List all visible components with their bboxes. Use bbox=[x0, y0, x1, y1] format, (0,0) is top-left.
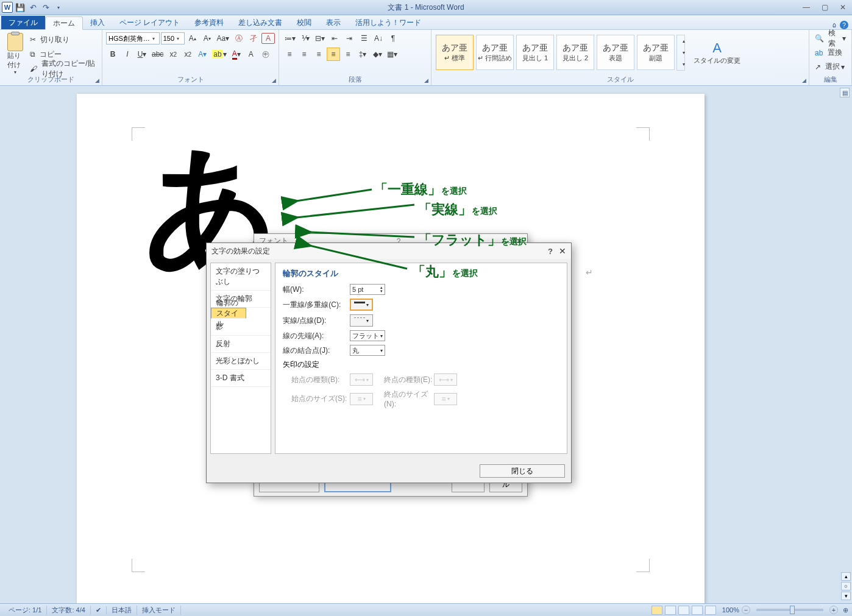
nav-shadow[interactable]: 影 bbox=[211, 319, 271, 336]
word-count[interactable]: 文字数: 4/4 bbox=[47, 606, 90, 615]
save-icon[interactable]: 💾 bbox=[15, 2, 26, 13]
change-case-button[interactable]: Aa▾ bbox=[215, 32, 231, 45]
style-gallery-expand[interactable]: ▾ bbox=[677, 58, 690, 70]
close-icon[interactable]: ✕ bbox=[559, 246, 566, 256]
dash-dropdown[interactable]: ▾ bbox=[350, 314, 373, 327]
enclosed-char-button[interactable]: ㊥ bbox=[259, 48, 272, 61]
tab-layout[interactable]: ページ レイアウト bbox=[112, 16, 187, 29]
change-styles-button[interactable]: A スタイルの変更 bbox=[690, 39, 744, 66]
fullscreen-view[interactable] bbox=[665, 606, 676, 615]
zoom-in-button[interactable]: + bbox=[829, 606, 838, 614]
qat-customize-icon[interactable]: ▾ bbox=[53, 2, 64, 13]
zoom-out-button[interactable]: − bbox=[742, 606, 750, 614]
sort-button[interactable]: A↓ bbox=[372, 32, 385, 45]
draft-view[interactable] bbox=[705, 606, 716, 615]
align-center-button[interactable]: ≡ bbox=[297, 48, 311, 61]
close-button[interactable]: ✕ bbox=[834, 1, 852, 13]
maximize-button[interactable]: ▢ bbox=[815, 1, 834, 13]
minimize-button[interactable]: — bbox=[797, 1, 815, 13]
print-layout-view[interactable] bbox=[651, 606, 662, 615]
replace-button[interactable]: ab 置換 bbox=[813, 46, 848, 59]
outline-view[interactable] bbox=[692, 606, 703, 615]
borders-button[interactable]: ▦▾ bbox=[385, 48, 399, 61]
browse-icon[interactable]: ○ bbox=[841, 582, 851, 590]
subscript-button[interactable]: x2 bbox=[166, 48, 180, 61]
next-page-icon[interactable]: ▾ bbox=[841, 592, 851, 600]
nav-glow[interactable]: 光彩とぼかし bbox=[211, 353, 271, 370]
superscript-button[interactable]: x2 bbox=[181, 48, 194, 61]
help-icon[interactable]: ? bbox=[840, 21, 848, 29]
page-status[interactable]: ページ: 1/1 bbox=[4, 606, 47, 615]
clear-format-button[interactable]: Ⓐ bbox=[232, 32, 246, 45]
redo-icon[interactable]: ↷ bbox=[40, 2, 51, 13]
ltr-button[interactable]: ☰ bbox=[357, 32, 371, 45]
underline-button[interactable]: U▾ bbox=[135, 48, 149, 61]
bold-button[interactable]: B bbox=[106, 48, 119, 61]
tab-utility[interactable]: 活用しよう！ワード bbox=[348, 16, 428, 29]
style-heading1[interactable]: あア亜見出し 1 bbox=[516, 35, 554, 70]
multilevel-button[interactable]: ⊟▾ bbox=[313, 32, 327, 45]
language-status[interactable]: 日本語 bbox=[107, 606, 137, 615]
phonetic-button[interactable]: 孑 bbox=[247, 32, 260, 45]
prev-page-icon[interactable]: ▴ bbox=[841, 572, 851, 581]
zoom-slider[interactable] bbox=[756, 609, 823, 611]
cap-select[interactable]: フラット▾ bbox=[350, 330, 385, 341]
dialog-launcher-icon[interactable]: ◢ bbox=[93, 77, 101, 84]
tab-mailings[interactable]: 差し込み文書 bbox=[231, 16, 289, 29]
dialog-launcher-icon[interactable]: ◢ bbox=[800, 77, 808, 84]
style-scroll-up[interactable]: ▴ bbox=[677, 35, 690, 47]
shading-button[interactable]: ◆▾ bbox=[371, 48, 384, 61]
italic-button[interactable]: I bbox=[121, 48, 134, 61]
tab-review[interactable]: 校閲 bbox=[289, 16, 319, 29]
style-subtitle[interactable]: あア亜副題 bbox=[637, 35, 675, 70]
tab-insert[interactable]: 挿入 bbox=[83, 16, 112, 29]
nav-reflection[interactable]: 反射 bbox=[211, 336, 271, 353]
nav-outline-style[interactable]: 輪郭のスタイル bbox=[211, 308, 246, 319]
shrink-font-button[interactable]: A▾ bbox=[201, 32, 214, 45]
font-size-combo[interactable]: 150▾ bbox=[161, 32, 185, 44]
close-button[interactable]: 閉じる bbox=[480, 464, 565, 478]
tab-home[interactable]: ホーム bbox=[45, 16, 83, 30]
ruler-icon[interactable]: ▤ bbox=[840, 88, 850, 97]
enclose-button[interactable]: A bbox=[261, 33, 275, 44]
web-view[interactable] bbox=[678, 606, 689, 615]
undo-icon[interactable]: ↶ bbox=[27, 2, 38, 13]
cut-button[interactable]: ✂ 切り取り bbox=[28, 33, 98, 46]
style-normal[interactable]: あア亜↵ 標準 bbox=[436, 35, 474, 70]
increase-indent-button[interactable]: ⇥ bbox=[343, 32, 356, 45]
paste-button[interactable]: 貼り付け ▾ bbox=[4, 32, 27, 76]
nav-fill[interactable]: 文字の塗りつぶし bbox=[211, 263, 271, 291]
align-right-button[interactable]: ≡ bbox=[312, 48, 325, 61]
dialog-launcher-icon[interactable]: ◢ bbox=[270, 77, 277, 84]
find-button[interactable]: 🔍 検索▾ bbox=[813, 32, 848, 45]
decrease-indent-button[interactable]: ⇤ bbox=[328, 32, 341, 45]
grow-font-button[interactable]: A▴ bbox=[186, 32, 199, 45]
select-button[interactable]: ↗ 選択▾ bbox=[813, 60, 848, 73]
compound-dropdown[interactable]: ▾ bbox=[350, 299, 373, 311]
tab-references[interactable]: 参考資料 bbox=[187, 16, 231, 29]
highlight-button[interactable]: ab▾ bbox=[210, 48, 228, 61]
style-heading2[interactable]: あア亜見出し 2 bbox=[556, 35, 594, 70]
proof-icon[interactable]: ✔ bbox=[91, 606, 107, 614]
help-icon[interactable]: ? bbox=[548, 247, 553, 256]
nav-3d[interactable]: 3-D 書式 bbox=[211, 370, 271, 387]
width-spinner[interactable]: 5 pt▴▾ bbox=[350, 284, 385, 295]
justify-button[interactable]: ≡ bbox=[327, 48, 340, 61]
font-name-combo[interactable]: HGS創英角…▾ bbox=[106, 32, 160, 44]
dialog-launcher-icon[interactable]: ◢ bbox=[422, 77, 430, 84]
tab-view[interactable]: 表示 bbox=[319, 16, 348, 29]
numbering-button[interactable]: ⅟▾ bbox=[299, 32, 312, 45]
format-painter-button[interactable]: 🖌 書式のコピー/貼り付け bbox=[28, 62, 98, 76]
font-color-button[interactable]: A▾ bbox=[230, 48, 243, 61]
char-shading-button[interactable]: A bbox=[244, 48, 258, 61]
join-select[interactable]: 丸▾ bbox=[350, 345, 385, 356]
show-marks-button[interactable]: ¶ bbox=[386, 32, 400, 45]
zoom-level[interactable]: 100% bbox=[722, 606, 739, 614]
distribute-button[interactable]: ≡ bbox=[341, 48, 355, 61]
insert-mode[interactable]: 挿入モード bbox=[137, 606, 181, 615]
text-effects-button[interactable]: A▾ bbox=[196, 48, 209, 61]
style-title[interactable]: あア亜表題 bbox=[597, 35, 634, 70]
bullets-button[interactable]: ≔▾ bbox=[283, 32, 297, 45]
line-spacing-button[interactable]: ‡▾ bbox=[356, 48, 369, 61]
tab-file[interactable]: ファイル bbox=[1, 16, 45, 29]
